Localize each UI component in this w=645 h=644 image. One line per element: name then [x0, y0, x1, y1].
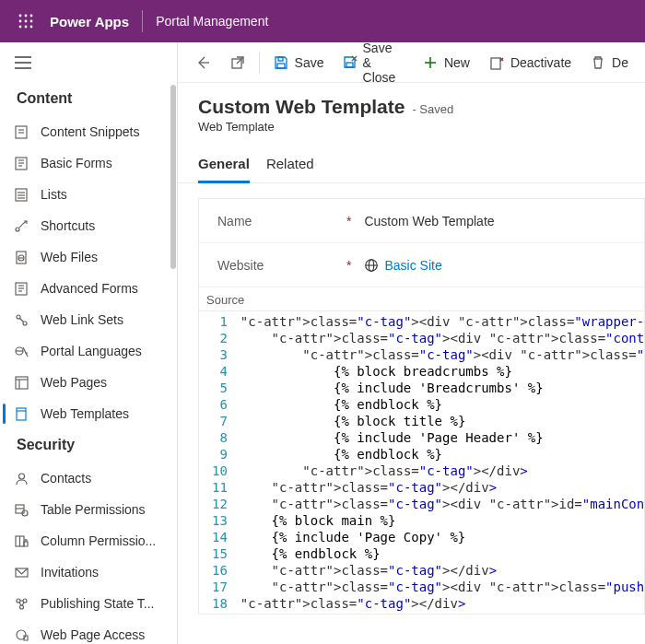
website-field-label: Website [217, 258, 346, 273]
code-line[interactable]: "c-attr">class="c-tag"><div "c-attr">cla… [240, 579, 645, 595]
sidebar-item-label: Publishing State T... [41, 596, 154, 611]
form-icon [13, 155, 29, 171]
cmdbar-separator [259, 52, 260, 74]
sidebar-item-label: Invitations [41, 565, 99, 580]
code-line[interactable]: "c-attr">class="c-tag"></div> [240, 562, 645, 579]
sidebar-item-web-page-access[interactable]: Web Page Access [0, 619, 177, 644]
new-label: New [444, 55, 470, 70]
saved-status: - Saved [412, 102, 453, 116]
save-close-label: Save & Close [363, 42, 404, 85]
entity-name: Web Template [198, 120, 625, 134]
required-indicator: * [346, 214, 351, 228]
deactivate-label: Deactivate [510, 55, 571, 70]
svg-point-7 [25, 26, 28, 29]
code-body[interactable]: "c-attr">class="c-tag"><div "c-attr">cla… [235, 311, 645, 614]
shortcut-icon [13, 217, 29, 234]
code-line[interactable]: "c-attr">class="c-tag"><div "c-attr">id=… [240, 496, 645, 512]
sidebar-item-advanced-forms[interactable]: Advanced Forms [0, 273, 177, 304]
sidebar-scrollbar[interactable] [170, 85, 176, 269]
code-line[interactable]: "c-attr">class="c-tag"><div "c-attr">cla… [240, 346, 645, 363]
website-lookup[interactable]: Basic Site [364, 258, 441, 273]
code-line[interactable]: {% endblock %} [240, 545, 645, 562]
list-icon [13, 186, 29, 203]
sidebar-item-shortcuts[interactable]: Shortcuts [0, 210, 177, 241]
svg-rect-54 [277, 64, 285, 68]
sidebar-item-label: Advanced Forms [41, 281, 138, 296]
brand-title[interactable]: Power Apps [48, 14, 138, 29]
invite-icon [13, 564, 29, 580]
code-line[interactable]: {% endblock %} [240, 396, 645, 413]
hamburger-icon [15, 56, 31, 69]
open-new-window-button[interactable] [220, 42, 255, 83]
page-title: Custom Web Template [198, 96, 405, 118]
svg-point-6 [19, 26, 22, 29]
sidebar-item-label: Column Permissio... [41, 533, 156, 548]
app-name[interactable]: Portal Management [147, 14, 277, 29]
open-external-icon [229, 54, 246, 71]
sidebar-item-web-files[interactable]: Web Files [0, 241, 177, 273]
svg-point-1 [25, 15, 28, 18]
line-number: 3 [212, 346, 228, 363]
new-button[interactable]: New [413, 42, 479, 83]
line-number: 8 [212, 429, 228, 446]
code-editor[interactable]: 123456789101112131415161718 "c-attr">cla… [199, 310, 644, 614]
field-row-website[interactable]: Website * Basic Site [199, 243, 644, 287]
save-close-button[interactable]: Save & Close [334, 42, 413, 83]
sidebar-item-table-permissions[interactable]: Table Permissions [0, 494, 177, 525]
line-number: 2 [212, 330, 228, 346]
delete-button[interactable]: De [580, 42, 638, 83]
save-label: Save [295, 55, 324, 70]
sidebar-item-web-pages[interactable]: Web Pages [0, 367, 177, 398]
sidebar-item-contacts[interactable]: Contacts [0, 463, 177, 494]
code-line[interactable]: {% block title %} [240, 413, 645, 429]
sidebar-item-web-link-sets[interactable]: Web Link Sets [0, 304, 177, 335]
sidebar-item-label: Portal Languages [41, 344, 142, 358]
svg-point-31 [17, 315, 20, 319]
code-line[interactable]: "c-attr">class="c-tag"><div "c-attr">cla… [240, 313, 645, 330]
sidebar-item-label: Table Permissions [41, 502, 146, 517]
sidebar-item-publishing-state-t[interactable]: Publishing State T... [0, 588, 177, 619]
save-close-icon [343, 54, 358, 71]
code-line[interactable]: "c-attr">class="c-tag"></div> [240, 463, 645, 479]
code-line[interactable]: {% include 'Breadcrumbs' %} [240, 380, 645, 396]
save-icon [273, 54, 289, 71]
app-launcher-button[interactable] [4, 0, 48, 42]
sidebar-toggle-button[interactable] [0, 42, 177, 83]
sidebar-item-invitations[interactable]: Invitations [0, 556, 177, 588]
back-button[interactable] [185, 42, 220, 83]
colperm-icon [13, 533, 29, 549]
code-line[interactable]: "c-attr">class="c-tag"></div> [240, 595, 645, 612]
sidebar-item-web-templates[interactable]: Web Templates [0, 398, 177, 429]
sidebar-item-content-snippets[interactable]: Content Snippets [0, 116, 177, 147]
trash-icon [590, 54, 606, 71]
line-number: 6 [212, 396, 228, 413]
sidebar-item-lists[interactable]: Lists [0, 179, 177, 210]
sidebar-item-column-permissio[interactable]: Column Permissio... [0, 525, 177, 556]
code-line[interactable]: "c-attr">class="c-tag"><div "c-attr">cla… [240, 330, 645, 346]
sidebar-item-label: Web Page Access [41, 627, 145, 642]
code-line[interactable]: {% block breadcrumbs %} [240, 363, 645, 380]
deactivate-button[interactable]: Deactivate [479, 42, 580, 83]
sidebar-item-basic-forms[interactable]: Basic Forms [0, 147, 177, 179]
sidebar-item-portal-languages[interactable]: Portal Languages [0, 335, 177, 367]
tab-general[interactable]: General [198, 156, 250, 183]
tableperm-icon [13, 501, 29, 518]
code-line[interactable]: "c-attr">class="c-tag"></div> [240, 479, 645, 496]
line-number: 1 [212, 313, 228, 330]
code-line[interactable]: {% include 'Page Copy' %} [240, 529, 645, 545]
code-line[interactable]: {% block main %} [240, 512, 645, 529]
tab-related[interactable]: Related [266, 156, 314, 182]
svg-point-4 [25, 20, 28, 23]
line-numbers: 123456789101112131415161718 [199, 311, 235, 614]
svg-point-8 [30, 26, 33, 29]
field-row-name[interactable]: Name * Custom Web Template [199, 199, 644, 243]
delete-label: De [612, 55, 628, 70]
command-bar: Save Save & Close New Deactivate [178, 42, 645, 83]
linkset-icon [13, 311, 29, 328]
name-field-value[interactable]: Custom Web Template [364, 214, 494, 228]
code-line[interactable]: {% include 'Page Header' %} [240, 429, 645, 446]
line-number: 16 [212, 562, 228, 579]
save-button[interactable]: Save [264, 42, 334, 83]
code-line[interactable]: {% endblock %} [240, 446, 645, 463]
website-link[interactable]: Basic Site [384, 258, 441, 273]
